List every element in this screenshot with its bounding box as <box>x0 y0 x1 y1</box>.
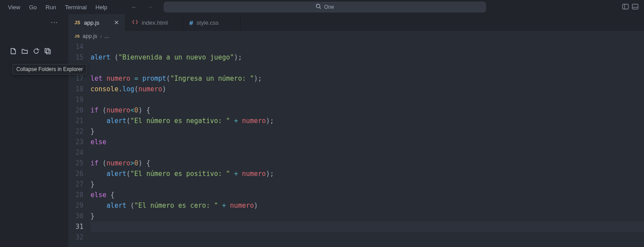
menu-run[interactable]: Run <box>41 2 60 12</box>
line-number: 29 <box>68 200 83 211</box>
code-line[interactable] <box>90 147 644 158</box>
editor-area: ··· JS app.js ✕ index.html # style.css J… <box>68 14 644 247</box>
refresh-icon[interactable] <box>33 48 40 56</box>
code-line[interactable]: alert("El número es positivo: " + numero… <box>90 168 644 179</box>
line-number: 27 <box>68 179 83 190</box>
toggle-panel-icon[interactable] <box>632 3 639 11</box>
code-line[interactable]: else <box>90 137 644 147</box>
code-editor[interactable]: 14151617181920212223242526272829303132 a… <box>68 41 644 243</box>
command-center[interactable]: One <box>164 2 486 12</box>
code-line[interactable] <box>90 41 644 52</box>
code-body[interactable]: alert ("Bienvenida a un nuevo juego"); l… <box>90 41 644 243</box>
line-number: 28 <box>68 190 83 200</box>
code-line[interactable] <box>90 63 644 73</box>
breadcrumb[interactable]: JS app.js › ... <box>68 31 644 41</box>
breadcrumb-file: app.js <box>83 33 97 39</box>
code-line[interactable]: alert ("Bienvenida a un nuevo juego"); <box>90 52 644 63</box>
explorer-sidebar <box>0 14 68 247</box>
code-line[interactable]: else { <box>90 190 644 200</box>
tab-label: index.html <box>142 19 168 26</box>
nav-back-icon[interactable]: ← <box>129 3 139 11</box>
code-line[interactable]: if (numero<0) { <box>90 105 644 116</box>
css-file-icon: # <box>189 19 193 26</box>
chevron-right-icon: › <box>100 33 102 39</box>
nav-controls: ← → <box>129 3 155 11</box>
nav-forward-icon[interactable]: → <box>145 3 155 11</box>
toggle-primary-sidebar-icon[interactable] <box>622 3 629 11</box>
tooltip-collapse-folders: Collapse Folders in Explorer <box>12 64 87 75</box>
code-line[interactable]: let numero = prompt("Ingresa un número: … <box>90 73 644 84</box>
line-number: 15 <box>68 52 83 63</box>
line-number: 17 <box>68 73 83 84</box>
menu-help[interactable]: Help <box>91 2 112 12</box>
line-number: 19 <box>68 94 83 105</box>
line-number: 30 <box>68 211 83 221</box>
menu-go[interactable]: Go <box>25 2 41 12</box>
line-number: 26 <box>68 168 83 179</box>
line-number: 23 <box>68 137 83 147</box>
layout-controls <box>622 3 640 11</box>
command-center-text: One <box>324 4 334 10</box>
html-file-icon <box>132 19 138 26</box>
menu-view[interactable]: View <box>4 2 25 12</box>
js-file-icon: JS <box>75 20 80 25</box>
code-line[interactable]: alert ("El número es cero: " + numero) <box>90 200 644 211</box>
tab-label: app.js <box>84 19 99 26</box>
line-number: 21 <box>68 116 83 126</box>
code-line[interactable]: console.log(numero) <box>90 84 644 94</box>
svg-rect-5 <box>46 50 50 54</box>
code-line[interactable]: } <box>90 126 644 137</box>
tab-style-css[interactable]: # style.css <box>183 14 241 31</box>
breadcrumb-tail: ... <box>105 33 109 39</box>
line-number: 18 <box>68 84 83 94</box>
editor-actions-more-icon[interactable]: ··· <box>51 19 58 26</box>
line-number: 31 <box>68 221 83 232</box>
explorer-actions <box>10 48 51 56</box>
tab-label: style.css <box>196 19 218 26</box>
line-number: 20 <box>68 105 83 116</box>
menubar: View Go Run Terminal Help ← → One <box>0 0 644 14</box>
code-line[interactable]: alert("El número es negativo: " + numero… <box>90 116 644 126</box>
tab-index-html[interactable]: index.html <box>126 14 183 31</box>
tab-app-js[interactable]: JS app.js ✕ <box>68 14 126 31</box>
code-line[interactable]: } <box>90 179 644 190</box>
new-folder-icon[interactable] <box>21 48 28 56</box>
svg-rect-0 <box>623 4 629 9</box>
tabs-bar: ··· JS app.js ✕ index.html # style.css <box>68 14 644 31</box>
menu-terminal[interactable]: Terminal <box>60 2 91 12</box>
collapse-folders-icon[interactable] <box>44 48 51 56</box>
search-icon <box>316 4 321 11</box>
line-number: 32 <box>68 232 83 243</box>
svg-rect-4 <box>45 49 49 52</box>
line-number: 22 <box>68 126 83 137</box>
line-number: 25 <box>68 158 83 168</box>
new-file-icon[interactable] <box>10 48 17 56</box>
code-line[interactable] <box>90 232 644 243</box>
line-number: 14 <box>68 41 83 52</box>
js-file-icon: JS <box>75 34 80 38</box>
line-number: 24 <box>68 147 83 158</box>
code-line[interactable]: if (numero>0) { <box>90 158 644 168</box>
code-line[interactable]: } <box>90 211 644 221</box>
close-icon[interactable]: ✕ <box>109 19 119 26</box>
code-line[interactable] <box>90 221 644 232</box>
svg-rect-2 <box>633 4 638 9</box>
code-line[interactable] <box>90 94 644 105</box>
